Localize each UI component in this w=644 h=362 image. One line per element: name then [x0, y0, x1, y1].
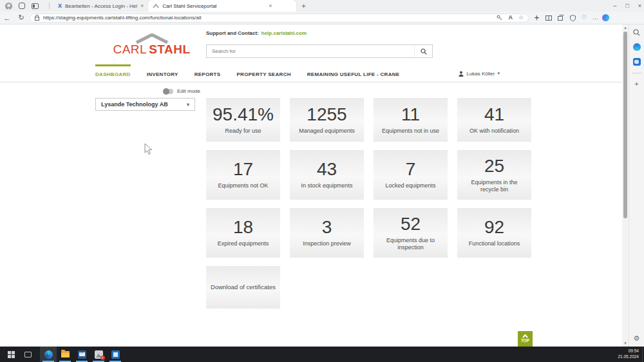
extensions-icon[interactable]: [534, 15, 540, 21]
stat-value: 1255: [307, 105, 346, 125]
stat-label: OK with notification: [469, 128, 519, 135]
search-button[interactable]: [414, 45, 432, 57]
taskbar-edge-button[interactable]: [40, 347, 57, 362]
browser-essentials-icon[interactable]: ♡: [582, 15, 587, 21]
page-scrollbar[interactable]: ▲ ▼: [622, 24, 629, 347]
browser-tab-inactive[interactable]: X Bearbeiten - Access Login - Hel ×: [53, 0, 148, 12]
tab-close-icon[interactable]: ×: [269, 3, 272, 9]
new-tab-icon[interactable]: +: [301, 2, 305, 10]
card-label: Download of certificates: [211, 283, 276, 291]
sidebar-outlook-icon[interactable]: [633, 58, 641, 66]
scroll-to-top-button[interactable]: TOP: [518, 331, 533, 347]
page-content: Support and Contact:help.carlstahl.com C…: [0, 24, 622, 347]
stat-card-locked[interactable]: 7 Locked equipments: [374, 150, 448, 200]
task-view-button[interactable]: [19, 347, 36, 362]
url-text[interactable]: https://staging-equipments.carlstahl-lif…: [43, 15, 493, 21]
stat-label: Equipments due to inspection: [377, 237, 444, 252]
stat-card-expired[interactable]: 18 Expired equipments: [206, 208, 280, 258]
user-menu[interactable]: Lukas Köller ▾: [459, 64, 500, 82]
stat-label: Equipments not in use: [382, 128, 439, 135]
stat-card-in-stock[interactable]: 43 In stock equipments: [290, 150, 364, 200]
edit-mode-toggle[interactable]: [163, 89, 173, 94]
stat-card-recycle-bin[interactable]: 25 Equipments in the recycle bin: [457, 150, 531, 200]
stat-card-ok-with-notification[interactable]: 41 OK with notification: [457, 98, 531, 142]
start-button[interactable]: [3, 347, 19, 362]
nav-tab-remaining-useful-life[interactable]: REMAINING USEFUL LIFE - CRANE: [307, 64, 400, 82]
sidebar-divider: [632, 73, 641, 73]
taskbar-file-explorer-button[interactable]: [57, 347, 73, 362]
browser-titlebar: X Bearbeiten - Access Login - Hel × Carl…: [0, 0, 644, 12]
stat-value: 52: [401, 214, 421, 234]
settings-more-icon[interactable]: …: [592, 15, 598, 21]
support-link[interactable]: help.carlstahl.com: [261, 30, 307, 36]
stat-label: Managed equipments: [299, 128, 355, 135]
carl-stahl-logo: CARLSTAHL: [108, 33, 195, 57]
edit-mode-label: Edit mode: [177, 88, 200, 94]
search-icon: [421, 48, 427, 55]
split-screen-icon[interactable]: [545, 15, 552, 21]
collections-icon[interactable]: [558, 15, 564, 21]
browser-tab-active[interactable]: Carl Stahl Serviceportal ×: [148, 0, 296, 12]
sidebar-add-icon[interactable]: +: [634, 81, 638, 88]
tab-close-icon[interactable]: ×: [140, 3, 144, 9]
stat-label: Inspection preview: [303, 240, 351, 247]
window-maximize-icon[interactable]: □: [625, 3, 629, 9]
main-navigation: DASHBOARD INVENTORY REPORTS PROPERTY SEA…: [0, 64, 622, 82]
stat-value: 92: [484, 218, 504, 238]
password-key-icon[interactable]: [497, 15, 502, 21]
taskbar-app-button[interactable]: [107, 347, 124, 362]
stat-card-ready-for-use[interactable]: 95.41% Ready for use: [206, 98, 280, 142]
nav-tab-property-search[interactable]: PROPERTY SEARCH: [236, 64, 290, 82]
favorite-star-icon[interactable]: ☆: [518, 15, 524, 21]
tab-favicon-carlstahl: [153, 4, 159, 8]
portal-search: [206, 44, 433, 58]
company-select[interactable]: Lysande Technology AB ▾: [95, 98, 195, 111]
nav-tab-inventory[interactable]: INVENTORY: [147, 64, 178, 82]
copilot-icon[interactable]: [602, 14, 609, 21]
stat-card-managed-equipments[interactable]: 1255 Managed equipments: [290, 98, 364, 142]
error-badge: ×: [100, 356, 105, 360]
read-aloud-icon[interactable]: A: [508, 15, 513, 21]
stat-card-not-ok[interactable]: 17 Equipments not OK: [206, 150, 280, 200]
taskbar-mail-button[interactable]: [73, 347, 90, 362]
stat-value: 95.41%: [213, 105, 274, 125]
workspaces-icon[interactable]: [19, 3, 25, 9]
user-name: Lukas Köller: [466, 71, 495, 77]
scrollbar-thumb[interactable]: [623, 32, 627, 218]
browser-profile-avatar[interactable]: [5, 3, 12, 10]
logo-word-carl: CARL: [113, 43, 147, 56]
stat-card-inspection-preview[interactable]: 3 Inspection preview: [290, 208, 364, 258]
scrollbar-up-icon[interactable]: ▲: [622, 24, 629, 31]
logo-word-stahl: STAHL: [149, 43, 190, 56]
wallet-shield-icon[interactable]: [570, 15, 576, 21]
stat-label: In stock equipments: [301, 182, 352, 189]
sidebar-m365-icon[interactable]: [633, 43, 641, 51]
scrollbar-down-icon[interactable]: ▼: [622, 340, 629, 347]
stat-card-not-in-use[interactable]: 11 Equipments not in use: [374, 98, 448, 142]
clock-date: 21.05.2024: [618, 354, 639, 360]
back-icon[interactable]: ←: [0, 14, 14, 22]
stat-value: 17: [233, 160, 253, 180]
address-bar[interactable]: https://staging-equipments.carlstahl-lif…: [30, 14, 529, 23]
refresh-icon[interactable]: ↻: [14, 14, 28, 22]
search-input[interactable]: [207, 48, 414, 54]
top-button-label: TOP: [521, 339, 529, 343]
windows-taskbar: × 09:54 21.05.2024: [0, 347, 644, 362]
user-icon: [459, 71, 464, 77]
download-certificates-card[interactable]: Download of certificates: [206, 266, 280, 309]
vertical-tabs-icon[interactable]: [32, 3, 39, 9]
nav-tab-dashboard[interactable]: DASHBOARD: [95, 64, 131, 82]
window-minimize-icon[interactable]: –: [613, 3, 616, 9]
stat-label: Equipments in the recycle bin: [461, 179, 527, 194]
stat-label: Locked equipments: [385, 182, 435, 189]
support-label: Support and Contact:: [206, 30, 259, 36]
nav-tab-reports[interactable]: REPORTS: [194, 64, 221, 82]
sidebar-settings-gear-icon[interactable]: ⚙: [634, 334, 640, 343]
taskbar-photos-button[interactable]: ×: [90, 347, 107, 362]
stat-card-functional-locations[interactable]: 92 Functional locations: [457, 208, 531, 258]
mail-icon: [78, 350, 86, 359]
taskbar-clock[interactable]: 09:54 21.05.2024: [618, 347, 639, 362]
window-close-icon[interactable]: ×: [638, 3, 641, 9]
sidebar-search-icon[interactable]: [633, 29, 640, 36]
stat-card-due-to-inspection[interactable]: 52 Equipments due to inspection: [374, 208, 448, 258]
